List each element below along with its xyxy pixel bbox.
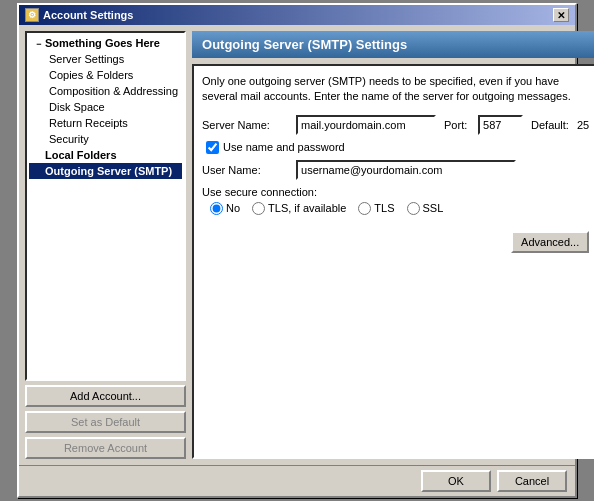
add-account-button[interactable]: Add Account... bbox=[25, 385, 186, 407]
secure-radio-3[interactable] bbox=[407, 202, 420, 215]
tree-item-label: Disk Space bbox=[49, 101, 105, 113]
use-password-checkbox[interactable] bbox=[206, 141, 219, 154]
tree-item-outgoing-server[interactable]: Outgoing Server (SMTP) bbox=[29, 163, 182, 179]
advanced-button[interactable]: Advanced... bbox=[511, 231, 589, 253]
tree-item-label: Something Goes Here bbox=[45, 37, 160, 49]
right-panel: Outgoing Server (SMTP) Settings Only one… bbox=[192, 31, 594, 459]
window-title: Account Settings bbox=[43, 9, 133, 21]
cancel-button[interactable]: Cancel bbox=[497, 470, 567, 492]
secure-radio-label-2: TLS bbox=[374, 202, 394, 214]
secure-radio-label-0: No bbox=[226, 202, 240, 214]
set-default-button[interactable]: Set as Default bbox=[25, 411, 186, 433]
secure-radio-label-3: SSL bbox=[423, 202, 444, 214]
window-icon: ⚙ bbox=[25, 8, 39, 22]
advanced-btn-row: Advanced... bbox=[202, 231, 589, 253]
port-input[interactable] bbox=[478, 115, 523, 135]
tree-item-label: Security bbox=[49, 133, 89, 145]
secure-radio-item-2[interactable]: TLS bbox=[358, 202, 394, 215]
secure-radio-1[interactable] bbox=[252, 202, 265, 215]
remove-account-button[interactable]: Remove Account bbox=[25, 437, 186, 459]
title-bar: ⚙ Account Settings ✕ bbox=[19, 5, 575, 25]
ok-button[interactable]: OK bbox=[421, 470, 491, 492]
server-name-label: Server Name: bbox=[202, 119, 292, 131]
secure-radio-label-1: TLS, if available bbox=[268, 202, 346, 214]
tree-expand-icon: − bbox=[33, 39, 45, 49]
tree-item-label: Return Receipts bbox=[49, 117, 128, 129]
close-button[interactable]: ✕ bbox=[553, 8, 569, 22]
server-name-row: Server Name: Port: Default: 25 bbox=[202, 115, 589, 135]
tree-item-label: Local Folders bbox=[45, 149, 117, 161]
secure-radio-0[interactable] bbox=[210, 202, 223, 215]
info-text: Only one outgoing server (SMTP) needs to… bbox=[202, 74, 589, 105]
tree-item-disk-space[interactable]: Disk Space bbox=[29, 99, 182, 115]
user-name-label: User Name: bbox=[202, 164, 292, 176]
use-password-row: Use name and password bbox=[206, 141, 589, 154]
user-name-input[interactable] bbox=[296, 160, 516, 180]
tree-item-local-folders[interactable]: Local Folders bbox=[29, 147, 182, 163]
secure-radio-2[interactable] bbox=[358, 202, 371, 215]
tree-item-label: Composition & Addressing bbox=[49, 85, 178, 97]
server-name-input[interactable] bbox=[296, 115, 436, 135]
secure-radio-item-1[interactable]: TLS, if available bbox=[252, 202, 346, 215]
tree-item-copies-folders[interactable]: Copies & Folders bbox=[29, 67, 182, 83]
default-label: Default: bbox=[531, 119, 569, 131]
tree-item-something-goes-here[interactable]: −Something Goes Here bbox=[29, 35, 182, 51]
tree-item-label: Outgoing Server (SMTP) bbox=[45, 165, 172, 177]
dialog-body: −Something Goes HereServer SettingsCopie… bbox=[19, 25, 575, 465]
left-buttons: Add Account... Set as Default Remove Acc… bbox=[25, 385, 186, 459]
tree-item-return-receipts[interactable]: Return Receipts bbox=[29, 115, 182, 131]
default-value: 25 bbox=[577, 119, 589, 131]
tree-item-server-settings[interactable]: Server Settings bbox=[29, 51, 182, 67]
secure-radio-group: NoTLS, if availableTLSSSL bbox=[210, 202, 589, 215]
tree-item-security[interactable]: Security bbox=[29, 131, 182, 147]
content-area: Only one outgoing server (SMTP) needs to… bbox=[192, 64, 594, 459]
tree-item-composition-addressing[interactable]: Composition & Addressing bbox=[29, 83, 182, 99]
user-name-row: User Name: bbox=[202, 160, 589, 180]
section-header: Outgoing Server (SMTP) Settings bbox=[192, 31, 594, 58]
secure-label: Use secure connection: bbox=[202, 186, 589, 198]
secure-section: Use secure connection: NoTLS, if availab… bbox=[202, 186, 589, 215]
secure-radio-item-3[interactable]: SSL bbox=[407, 202, 444, 215]
use-password-label: Use name and password bbox=[223, 141, 345, 153]
account-settings-dialog: ⚙ Account Settings ✕ −Something Goes Her… bbox=[17, 3, 577, 498]
tree-panel[interactable]: −Something Goes HereServer SettingsCopie… bbox=[25, 31, 186, 381]
left-panel: −Something Goes HereServer SettingsCopie… bbox=[25, 31, 186, 459]
bottom-bar: OK Cancel bbox=[19, 465, 575, 496]
port-label: Port: bbox=[444, 119, 474, 131]
tree-item-label: Copies & Folders bbox=[49, 69, 133, 81]
tree-item-label: Server Settings bbox=[49, 53, 124, 65]
secure-radio-item-0[interactable]: No bbox=[210, 202, 240, 215]
